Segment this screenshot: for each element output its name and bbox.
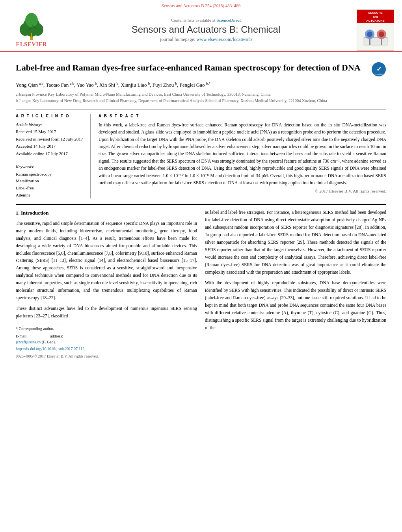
elsevier-text: ELSEVIER (16, 41, 47, 48)
sensors-logo-image (357, 23, 394, 50)
body-content: 1. Introduction The sensitive, rapid and… (16, 209, 386, 360)
svg-rect-13 (369, 39, 370, 45)
available-date: Available online 17 July 2017 (16, 150, 85, 157)
journal-ref-bar: Sensors and Actuators B 254 (2018) 483–4… (8, 3, 394, 8)
svg-text:✓: ✓ (376, 66, 382, 72)
keyword-3: Label-free (16, 185, 85, 192)
doi-link[interactable]: http://dx.doi.org/10.1016/j.snb.2017.07.… (16, 346, 197, 352)
abstract-label: A B S T R A C T (99, 114, 386, 118)
info-divider (16, 160, 85, 160)
email-link[interactable]: jszczfl@sina.cn (16, 340, 41, 344)
article-info-col: A R T I C L E I N F O Article history: R… (16, 114, 91, 198)
received-date: Received 15 May 2017 (16, 128, 85, 135)
article-info-label: A R T I C L E I N F O (16, 114, 85, 118)
body-col-left: 1. Introduction The sensitive, rapid and… (16, 209, 197, 360)
keywords-list: Raman spectroscopy Metallization Label-f… (16, 171, 85, 198)
svg-point-12 (379, 32, 384, 37)
intro-heading: 1. Introduction (16, 209, 197, 217)
journal-title: Sensors and Actuators B: Chemical (59, 24, 353, 35)
contents-line: Contents lists available at ScienceDirec… (59, 18, 353, 22)
elsevier-tree-icon (16, 13, 47, 41)
svg-rect-8 (364, 37, 387, 45)
keyword-1: Raman spectroscopy (16, 171, 85, 178)
crossmark-badge-icon: ✓ CrossMark (371, 62, 386, 77)
authors-text: Yong Qian a,b, Taotao Fan a,b, Yao Yao b… (16, 82, 210, 88)
sensors-logo-text: SENSORS and ACTUATORS (357, 10, 394, 23)
keyword-4: Adenine (16, 192, 85, 199)
affiliation-a: a Jiangsu Province Key Laboratory of Pol… (16, 91, 386, 98)
authors-block: Yong Qian a,b, Taotao Fan a,b, Yao Yao b… (16, 82, 386, 88)
history-label: Article history: (16, 121, 85, 128)
journal-header: Sensors and Actuators B 254 (2018) 483–4… (0, 0, 402, 52)
journal-homepage: journal homepage: www.elsevier.com/locat… (59, 37, 353, 43)
copyright: © 2017 Elsevier B.V. All rights reserved… (99, 189, 386, 193)
sensors-actuators-logo: SENSORS and ACTUATORS (357, 9, 394, 51)
elsevier-logo: ELSEVIER (8, 13, 55, 48)
keyword-2: Metallization (16, 178, 85, 185)
svg-rect-14 (381, 39, 382, 45)
issn-notice: 0925-4005/© 2017 Elsevier B.V. All right… (16, 353, 197, 360)
journal-title-block: Contents lists available at ScienceDirec… (55, 18, 357, 43)
article-info-abstract: A R T I C L E I N F O Article history: R… (16, 109, 386, 198)
svg-text:CrossMark: CrossMark (374, 73, 384, 76)
article-title-section: Label-free and Raman dyes-free surface-e… (16, 58, 386, 77)
corresponding-author: * Corresponding author. (16, 326, 63, 332)
intro-col2-p2: With the development of highly reproduci… (205, 279, 386, 332)
body-divider (16, 204, 386, 205)
header-main: ELSEVIER Contents lists available at Sci… (8, 9, 394, 51)
journal-ref: Sensors and Actuators B 254 (2018) 483–4… (162, 3, 240, 8)
intro-p2: These distinct advantages have led to th… (16, 305, 197, 320)
footnote-section: * Corresponding author. E-mail address: … (16, 324, 63, 345)
affiliations: a Jiangsu Province Key Laboratory of Pol… (16, 91, 386, 104)
body-col-right: as label and label-free strategies. For … (205, 209, 386, 360)
svg-point-10 (367, 32, 372, 37)
abstract-col: A B S T R A C T In this work, a label-fr… (99, 114, 386, 198)
article-title: Label-free and Raman dyes-free surface-e… (16, 62, 371, 74)
abstract-text: In this work, a label-free and Raman dye… (99, 121, 386, 187)
email-line: E-mail address: jszczfl@sina.cn (F. Gao)… (16, 333, 63, 345)
revised-date: Received in revised form 12 July 2017 (16, 136, 85, 143)
intro-p1: The sensitive, rapid and simple determin… (16, 220, 197, 302)
article-body: Label-free and Raman dyes-free surface-e… (0, 52, 402, 366)
keywords-label: Keywords: (16, 163, 85, 170)
intro-col2-p1: as label and label-free strategies. For … (205, 209, 386, 276)
affiliation-b: b Jiangsu Key Laboratory of New Drug Res… (16, 98, 386, 104)
accepted-date: Accepted 14 July 2017 (16, 143, 85, 150)
